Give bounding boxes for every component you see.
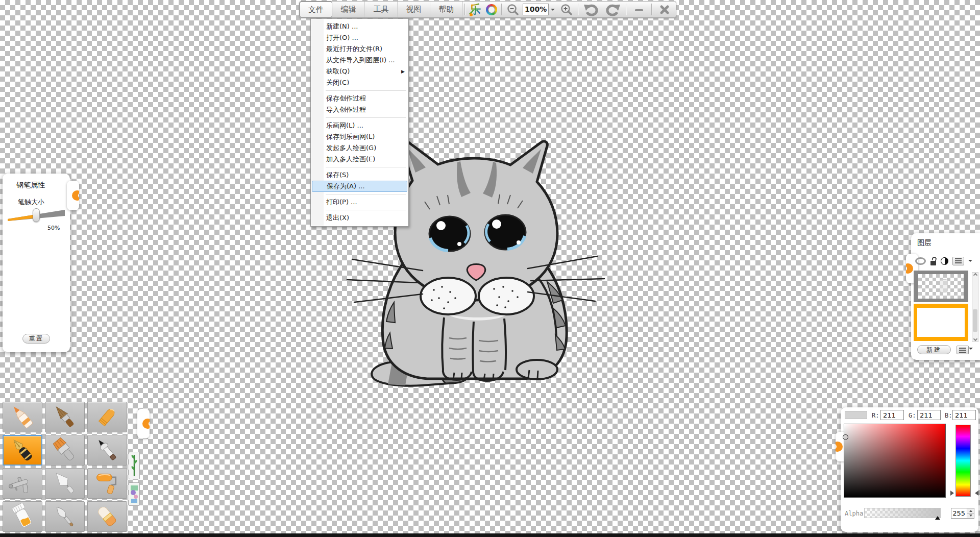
scroll-down-icon[interactable]: [973, 337, 977, 341]
file-menu-item-save-to-lehua[interactable]: 保存到乐画网(L): [311, 131, 408, 142]
file-menu-item-recent[interactable]: 最近打开的文件(R): [311, 43, 408, 55]
brush-tool-eraser[interactable]: [87, 501, 127, 532]
menubar-file[interactable]: 文件: [300, 2, 332, 17]
texture-image-button[interactable]: [129, 482, 140, 506]
layer-visibility-icon[interactable]: [915, 257, 926, 265]
file-menu-items: 新建(N) ...打开(O) ...最近打开的文件(R)从文件导入到图层(I) …: [311, 21, 408, 224]
file-menu-item-import-process[interactable]: 导入创作过程: [311, 104, 408, 115]
hue-marker-left-icon[interactable]: [950, 491, 957, 496]
toolbar-separator: [464, 4, 465, 15]
panel-collapse-handle[interactable]: [67, 181, 79, 210]
file-menu-item-label: 加入多人绘画(E): [326, 155, 375, 163]
blend-mode-icon[interactable]: [941, 257, 948, 265]
close-button[interactable]: [653, 2, 676, 17]
file-menu-item-save-process[interactable]: 保存创作过程: [311, 93, 408, 104]
zoom-out-button[interactable]: [503, 2, 523, 17]
scrollbar-thumb[interactable]: [973, 309, 977, 332]
scroll-up-icon[interactable]: [973, 273, 977, 277]
toolbar-separator: [501, 4, 502, 15]
file-menu-item-close[interactable]: 关闭(C): [311, 77, 408, 88]
file-menu-item-label: 最近打开的文件(R): [326, 45, 382, 53]
b-input[interactable]: [952, 410, 976, 420]
brush-tool-wood-brush[interactable]: [45, 402, 85, 432]
file-menu-item-label: 保存为(A) ...: [327, 182, 365, 190]
alpha-value[interactable]: 255: [951, 508, 967, 518]
brush-tool-airbrush[interactable]: [3, 468, 42, 499]
file-menu-item-join-multi[interactable]: 加入多人绘画(E): [311, 154, 408, 165]
app-canvas-background[interactable]: 文件编辑工具视图帮助 乐 100%: [0, 0, 980, 537]
alpha-marker-icon[interactable]: [935, 514, 940, 520]
plant-brush-button[interactable]: [129, 452, 140, 479]
bottom-black-bar: [0, 533, 980, 537]
menubar-edit[interactable]: 编辑: [332, 2, 365, 17]
lehua-logo-button[interactable]: 乐: [467, 2, 484, 17]
file-menu-item-save-as[interactable]: 保存为(A) ...: [312, 181, 407, 192]
b-label: B:: [945, 412, 952, 419]
file-menu-item-exit[interactable]: 退出(X): [311, 212, 408, 224]
lehua-web-button[interactable]: [484, 2, 500, 17]
layers-panel: 图层 新建: [911, 233, 980, 360]
file-menu-item-label: 打开(O) ...: [326, 34, 358, 41]
current-color-swatch: [845, 411, 867, 419]
layer-item-selected[interactable]: [914, 304, 968, 341]
hue-bar[interactable]: [955, 425, 971, 497]
r-input[interactable]: [880, 410, 904, 420]
list-icon: [957, 346, 969, 354]
layer-list: [914, 271, 968, 341]
reset-button[interactable]: 重置: [22, 334, 50, 344]
layers-scrollbar[interactable]: [972, 272, 978, 342]
flat-brush-icon: [47, 437, 82, 463]
brush-tool-water-brush[interactable]: [45, 501, 85, 532]
menubar-help[interactable]: 帮助: [430, 2, 463, 17]
eraser-icon: [90, 503, 125, 530]
new-layer-button[interactable]: 新建: [917, 345, 951, 354]
lehua-logo-icon: 乐: [468, 2, 483, 17]
file-menu-item-lehua-site[interactable]: 乐画网(L) ...: [311, 120, 408, 131]
menubar-view[interactable]: 视图: [398, 2, 430, 17]
brush-tool-fountain-pen[interactable]: [3, 435, 42, 466]
brush-size-slider[interactable]: [8, 208, 65, 223]
brush-tool-flat-brush[interactable]: [45, 435, 85, 466]
redo-button[interactable]: [602, 2, 624, 17]
menubar-tools[interactable]: 工具: [365, 2, 398, 17]
file-menu-item-new[interactable]: 新建(N) ...: [311, 21, 408, 32]
brush-tool-paint-roller[interactable]: [87, 468, 127, 499]
file-menu-item-acquire[interactable]: 获取(Q)▶: [311, 66, 408, 77]
hue-marker-right-icon[interactable]: [972, 491, 978, 496]
color-cursor[interactable]: [843, 434, 848, 440]
minimize-button[interactable]: [628, 2, 650, 17]
file-menu-item-save[interactable]: 保存(S): [311, 169, 408, 181]
layer-item-transparent[interactable]: [914, 271, 968, 302]
file-menu-item-label: 获取(Q): [326, 67, 350, 75]
brush-tool-ink-brush[interactable]: [87, 435, 127, 466]
spin-down-button[interactable]: [967, 513, 974, 518]
file-menu-item-open[interactable]: 打开(O) ...: [311, 32, 408, 43]
brush-grid: [3, 402, 127, 532]
saturation-value-box[interactable]: [844, 424, 946, 498]
g-input[interactable]: [917, 410, 941, 420]
file-menu-item-start-multi[interactable]: 发起多人绘画(G): [311, 142, 408, 154]
file-menu-separator: [326, 117, 406, 118]
layers-options-button[interactable]: [957, 346, 973, 354]
chevron-down-icon[interactable]: [968, 260, 972, 264]
alpha-slider[interactable]: [864, 508, 941, 518]
brush-tool-palette-knife[interactable]: [45, 468, 85, 499]
zoom-dropdown-button[interactable]: [549, 2, 557, 17]
brush-tool-bullet-crayon[interactable]: [87, 402, 127, 432]
slider-handle[interactable]: [33, 208, 40, 222]
layer-menu-button[interactable]: [952, 257, 964, 265]
alpha-spinner: 255: [951, 508, 974, 519]
layer-sketch-preview: [940, 279, 948, 292]
undo-button[interactable]: [580, 2, 602, 17]
spin-up-button[interactable]: [967, 508, 974, 513]
brush-tool-paint-bottle[interactable]: [3, 501, 42, 532]
zoom-level-value[interactable]: 100%: [523, 4, 549, 15]
file-menu-item-print[interactable]: 打印(P) ...: [311, 197, 408, 208]
zoom-in-button[interactable]: [557, 2, 576, 17]
file-menu-item-import-to-layer[interactable]: 从文件导入到图层(I) ...: [311, 55, 408, 66]
brush-tool-crayon[interactable]: [3, 402, 42, 432]
unlock-icon[interactable]: [930, 257, 937, 265]
panel-collapse-handle[interactable]: [137, 409, 150, 438]
file-menu-item-label: 保存(S): [326, 171, 349, 179]
file-menu-item-label: 保存到乐画网(L): [326, 133, 375, 140]
